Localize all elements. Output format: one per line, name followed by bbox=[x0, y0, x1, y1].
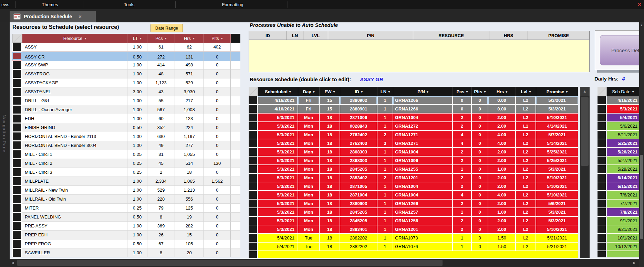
record-selector[interactable] bbox=[12, 248, 22, 257]
record-selector[interactable] bbox=[249, 191, 258, 200]
filter-icon[interactable]: ▾ bbox=[193, 36, 195, 40]
column-header-pn[interactable]: P/N▾ bbox=[393, 87, 453, 96]
sch-date-row[interactable]: 5/11/2021 bbox=[598, 131, 639, 139]
schedule-row[interactable]: 5/3/2021 Mon 18 2871006 1 GRNA1004 2 0 2… bbox=[249, 114, 578, 122]
record-selector[interactable] bbox=[249, 157, 258, 165]
process-detail-button[interactable]: Process Det bbox=[600, 35, 644, 65]
record-selector[interactable] bbox=[12, 105, 22, 114]
record-selector[interactable] bbox=[249, 182, 258, 191]
record-selector[interactable] bbox=[12, 70, 22, 78]
record-selector[interactable] bbox=[12, 239, 22, 248]
window-close-icon[interactable]: ✕ bbox=[636, 0, 643, 9]
sch-date-row[interactable]: 5/27/2021 bbox=[598, 157, 639, 165]
resource-row[interactable]: MILL - Cinci 2 0.25 45 514 130 bbox=[12, 159, 240, 168]
selector-corner[interactable] bbox=[249, 87, 258, 96]
sch-date-row[interactable]: 5/3/2021 bbox=[598, 105, 639, 114]
filter-icon[interactable]: ▾ bbox=[427, 90, 428, 94]
schedule-row[interactable]: 4/16/2021 Fri 15 2880902 1 GRNA1266 0 0 … bbox=[249, 96, 578, 105]
schedule-row[interactable]: 5/3/2021 Mon 18 0028843 1 GRNA1272 2 0 2… bbox=[249, 122, 578, 131]
tab-production-schedule[interactable]: Production Schedule ✕ bbox=[10, 11, 96, 22]
schedule-row[interactable]: 5/3/2021 Mon 18 2845205 1 GRNA1255 1 0 1… bbox=[249, 165, 578, 174]
record-selector[interactable] bbox=[598, 243, 607, 251]
column-header-id[interactable]: ID bbox=[249, 31, 287, 40]
sch-date-row[interactable]: 7/7/2021 bbox=[598, 200, 639, 208]
resource-row[interactable]: HORIZONTAL BEND - Bender 3004 1.00 49 27… bbox=[12, 141, 240, 150]
filter-icon[interactable]: ▾ bbox=[140, 36, 142, 40]
sch-date-row[interactable]: 6/15/2021 bbox=[598, 182, 639, 191]
record-selector[interactable] bbox=[12, 231, 22, 239]
scrollbar-thumb[interactable] bbox=[581, 97, 589, 166]
schedule-row[interactable]: 5/3/2021 Mon 18 2871004 1 GRNA1004 4 0 4… bbox=[249, 191, 578, 200]
selector-corner[interactable] bbox=[12, 34, 22, 43]
sch-date-row[interactable]: 5/25/2021 bbox=[598, 139, 639, 148]
record-selector[interactable] bbox=[249, 234, 258, 243]
record-selector[interactable] bbox=[598, 139, 607, 148]
column-header-ln[interactable]: LN bbox=[287, 31, 303, 40]
resource-row[interactable]: SAWFILLER 1.00 8 20 0 bbox=[12, 248, 240, 257]
record-selector[interactable] bbox=[12, 78, 22, 87]
record-selector[interactable] bbox=[249, 174, 258, 182]
record-selector[interactable] bbox=[249, 148, 258, 157]
resource-row[interactable]: ASSY GR 0.50 272 131 0 bbox=[12, 52, 240, 61]
sch-date-row[interactable]: 6/14/2021 bbox=[598, 174, 639, 182]
schedule-row[interactable]: 5/3/2021 Mon 18 2883402 2 GRNA1201 2 0 2… bbox=[249, 174, 578, 182]
schedule-row[interactable]: 5/3/2021 Mon 18 2880903 1 GRNA1266 2 0 2… bbox=[249, 200, 578, 208]
record-selector[interactable] bbox=[12, 222, 22, 231]
resource-row[interactable]: MILL - Cinci 3 0.25 2 18 0 bbox=[12, 168, 240, 177]
record-selector[interactable] bbox=[598, 191, 607, 200]
column-header-lt[interactable]: LT▾ bbox=[127, 34, 147, 43]
selector-corner[interactable] bbox=[598, 87, 607, 96]
sch-date-row[interactable]: 10/12/2021 bbox=[598, 243, 639, 251]
schedule-row[interactable]: 5/3/2021 Mon 18 2868303 1 GRNA1096 2 0 2… bbox=[249, 157, 578, 165]
record-selector[interactable] bbox=[598, 174, 607, 182]
column-header-resource[interactable]: RESOURCE bbox=[413, 31, 489, 40]
record-selector[interactable] bbox=[598, 122, 607, 131]
sch-date-horizontal-scrollbar[interactable]: ▶ bbox=[590, 259, 644, 267]
filter-icon[interactable]: ▾ bbox=[361, 90, 363, 94]
record-selector[interactable] bbox=[598, 165, 607, 174]
resource-row[interactable]: DRILL - G&L 1.00 55 217 0 bbox=[12, 96, 240, 105]
record-selector[interactable] bbox=[249, 105, 258, 114]
record-selector[interactable] bbox=[12, 96, 22, 105]
filter-icon[interactable]: ▾ bbox=[632, 90, 634, 94]
sch-date-row[interactable]: 5/4/2021 bbox=[598, 114, 639, 122]
resource-row[interactable]: MILLRAIL - New Twin 1.00 529 1,213 0 bbox=[12, 186, 240, 195]
record-selector[interactable] bbox=[249, 225, 258, 234]
record-selector[interactable] bbox=[249, 122, 258, 131]
sch-date-row[interactable]: 9/21/2021 bbox=[598, 225, 639, 234]
record-selector[interactable] bbox=[598, 234, 607, 243]
column-header-hrs[interactable]: HRS bbox=[489, 31, 528, 40]
filter-icon[interactable]: ▾ bbox=[84, 36, 86, 40]
column-header-scheduled[interactable]: Scheduled▾ bbox=[258, 87, 298, 96]
filter-icon[interactable]: ▾ bbox=[221, 36, 223, 40]
filter-icon[interactable]: ▾ bbox=[484, 90, 486, 94]
column-header-fw[interactable]: FW▾ bbox=[320, 87, 340, 96]
record-selector[interactable] bbox=[598, 208, 607, 217]
record-selector[interactable] bbox=[598, 157, 607, 165]
schedule-row[interactable]: 5/3/2021 Mon 18 2871005 1 GRNA1004 2 0 2… bbox=[249, 182, 578, 191]
filter-icon[interactable]: ▾ bbox=[529, 90, 531, 94]
schedule-row[interactable]: 5/4/2021 Tue 18 2882202 1 GRNA1076 1 0 1… bbox=[249, 243, 578, 251]
sch-date-row[interactable]: 5/6/2021 bbox=[598, 122, 639, 131]
record-selector[interactable] bbox=[249, 243, 258, 251]
record-selector[interactable] bbox=[12, 204, 22, 213]
resource-row[interactable]: FINISH GRIND 0.50 352 224 0 bbox=[12, 123, 240, 132]
record-selector[interactable] bbox=[12, 159, 22, 168]
column-header-plts[interactable]: Plts▾ bbox=[472, 87, 488, 96]
resource-row[interactable]: PREP EDH 1.00 26 15 0 bbox=[12, 231, 240, 239]
record-selector[interactable] bbox=[249, 200, 258, 208]
filter-icon[interactable]: ▾ bbox=[333, 90, 335, 94]
resource-row[interactable]: HORIZONTAL BEND - Bender 2113 1.00 630 1… bbox=[12, 132, 240, 141]
sch-date-row[interactable]: 5/26/2021 bbox=[598, 148, 639, 157]
record-selector[interactable] bbox=[12, 52, 22, 60]
scroll-left-icon[interactable]: ◀ bbox=[11, 259, 14, 267]
date-range-button[interactable]: Date Range bbox=[150, 24, 183, 32]
column-header-promise[interactable]: PROMISE bbox=[528, 31, 589, 40]
resource-row[interactable]: EDH 1.00 60 123 0 bbox=[12, 114, 240, 123]
filter-icon[interactable]: ▾ bbox=[466, 90, 468, 94]
column-header-promise[interactable]: Promise▾ bbox=[536, 87, 578, 96]
sch-date-row[interactable]: 10/1/2021 bbox=[598, 234, 639, 243]
filter-icon[interactable]: ▾ bbox=[165, 36, 167, 40]
record-selector[interactable] bbox=[12, 141, 22, 150]
record-selector[interactable] bbox=[249, 208, 258, 217]
